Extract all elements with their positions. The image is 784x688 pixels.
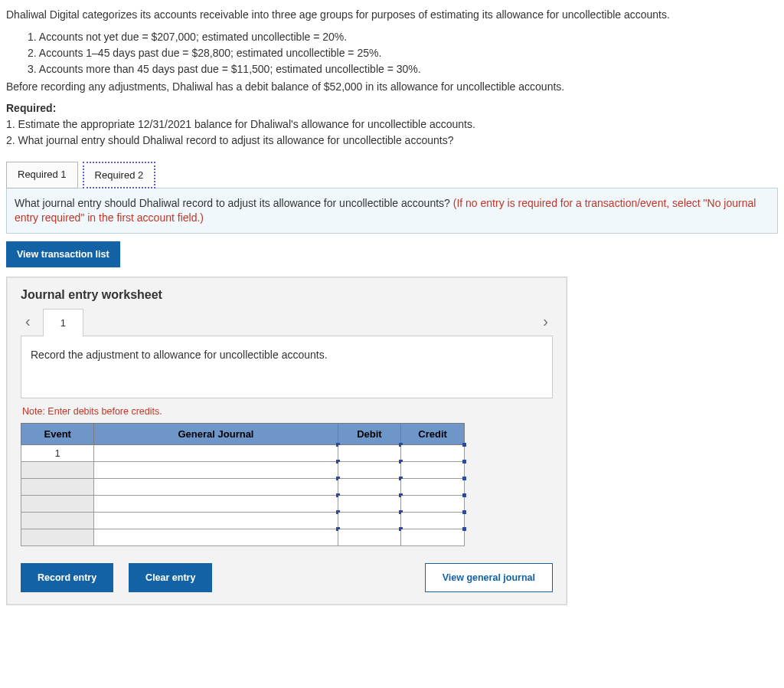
cell-handle-icon [462, 510, 466, 514]
worksheet-button-row: Record entry Clear entry View general jo… [21, 563, 553, 592]
col-general-journal: General Journal [94, 423, 338, 444]
age-group-3: 3. Accounts more than 45 days past due =… [28, 62, 778, 77]
required-label: Required: [6, 101, 778, 116]
intro-paragraph: Dhaliwal Digital categorizes its account… [6, 8, 778, 22]
cell-debit[interactable] [338, 495, 401, 512]
cell-account[interactable] [94, 529, 338, 545]
cell-handle-icon [462, 443, 466, 447]
worksheet-instruction: Record the adjustment to allowance for u… [21, 336, 553, 398]
cell-account[interactable] [94, 495, 338, 512]
worksheet-page-tab[interactable]: 1 [43, 309, 83, 336]
cell-debit[interactable] [338, 478, 401, 495]
journal-worksheet-panel: Journal entry worksheet ‹ 1 › Record the… [6, 277, 567, 605]
table-header-row: Event General Journal Debit Credit [21, 423, 465, 444]
cell-event-blank [21, 495, 94, 512]
note-debits-before-credits: Note: Enter debits before credits. [22, 406, 553, 417]
table-row [21, 495, 465, 512]
age-group-list: 1. Accounts not yet due = $207,000; esti… [6, 30, 778, 77]
col-event: Event [21, 423, 94, 444]
chevron-left-icon[interactable]: ‹ [21, 310, 35, 333]
cell-event-blank [21, 512, 94, 529]
table-row [21, 512, 465, 529]
table-row [21, 529, 465, 545]
cell-credit[interactable] [401, 461, 465, 478]
chevron-right-icon[interactable]: › [538, 310, 553, 333]
clear-entry-button[interactable]: Clear entry [129, 563, 212, 592]
cell-account[interactable] [94, 461, 338, 478]
required-block: Required: 1. Estimate the appropriate 12… [6, 101, 778, 148]
cell-event-1: 1 [21, 444, 94, 461]
cell-credit[interactable] [401, 495, 465, 512]
cell-handle-icon [462, 527, 466, 531]
requirement-1: 1. Estimate the appropriate 12/31/2021 b… [6, 117, 778, 132]
age-group-1: 1. Accounts not yet due = $207,000; esti… [28, 30, 778, 44]
cell-handle-icon [462, 460, 466, 464]
cell-event-blank [21, 529, 94, 545]
cell-debit-1[interactable] [338, 444, 401, 461]
table-row: 1 [21, 444, 465, 461]
cell-credit[interactable] [401, 529, 465, 545]
worksheet-nav: ‹ 1 › [21, 308, 553, 336]
requirement-tabs: Required 1 Required 2 [6, 162, 778, 188]
requirement-2: 2. What journal entry should Dhaliwal re… [6, 133, 778, 148]
cell-account[interactable] [94, 512, 338, 529]
tab-required-2[interactable]: Required 2 [83, 162, 156, 188]
prompt-main: What journal entry should Dhaliwal recor… [15, 197, 453, 209]
cell-credit[interactable] [401, 478, 465, 495]
cell-credit-1[interactable] [401, 444, 465, 461]
col-credit: Credit [401, 423, 465, 444]
cell-account[interactable] [94, 478, 338, 495]
cell-debit[interactable] [338, 461, 401, 478]
cell-event-blank [21, 478, 94, 495]
cell-credit[interactable] [401, 512, 465, 529]
journal-table: Event General Journal Debit Credit 1 [21, 423, 465, 546]
spacer [227, 563, 409, 592]
view-transaction-list-button[interactable]: View transaction list [6, 241, 120, 267]
cell-account-1[interactable] [94, 444, 338, 461]
cell-debit[interactable] [338, 512, 401, 529]
table-row [21, 478, 465, 495]
table-row [21, 461, 465, 478]
tab-required-1[interactable]: Required 1 [6, 162, 78, 188]
context-paragraph: Before recording any adjustments, Dhaliw… [6, 80, 778, 94]
record-entry-button[interactable]: Record entry [21, 563, 113, 592]
question-prompt: What journal entry should Dhaliwal recor… [6, 188, 778, 234]
col-debit: Debit [338, 423, 401, 444]
cell-event-blank [21, 461, 94, 478]
worksheet-title: Journal entry worksheet [21, 285, 553, 305]
problem-statement: Dhaliwal Digital categorizes its account… [6, 8, 778, 148]
cell-handle-icon [462, 477, 466, 480]
cell-handle-icon [462, 493, 466, 497]
view-general-journal-button[interactable]: View general journal [425, 563, 553, 592]
age-group-2: 2. Accounts 1–45 days past due = $28,800… [28, 46, 778, 61]
cell-debit[interactable] [338, 529, 401, 545]
